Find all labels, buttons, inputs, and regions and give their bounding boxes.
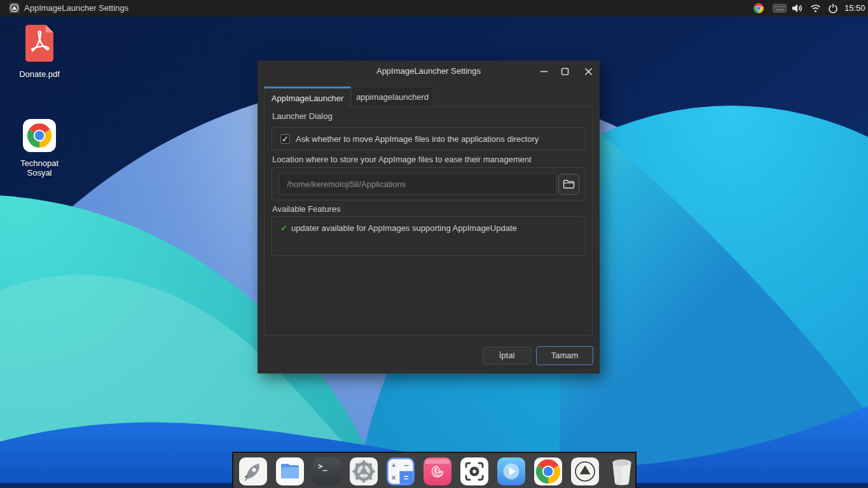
svg-text:+: + (391, 461, 396, 470)
green-check-icon: ✔ (280, 223, 287, 233)
media-player-icon[interactable] (497, 457, 526, 486)
chrome-browser-icon[interactable] (534, 457, 563, 486)
top-panel: AppImageLauncher Settings 15:50 (0, 0, 868, 17)
svg-text:>_: >_ (318, 462, 327, 471)
tab-appimagelauncherd[interactable]: appimagelauncherd (351, 87, 434, 107)
section-label-available-features: Available Features (272, 204, 340, 214)
chrome-tray-icon[interactable] (754, 3, 764, 13)
power-icon[interactable] (828, 3, 838, 13)
terminal-icon[interactable]: >_ (312, 457, 341, 486)
appimagelauncher-window-icon (9, 3, 20, 13)
screenshot-tool-icon[interactable] (460, 457, 489, 486)
browse-folder-button[interactable] (558, 174, 579, 195)
calculator-icon[interactable]: + − × = (386, 457, 415, 486)
wifi-icon[interactable] (810, 3, 821, 13)
clock[interactable]: 15:50 (844, 0, 865, 17)
tab-appimagelauncher[interactable]: AppImageLauncher (264, 87, 351, 107)
desktop-icon-technopat-sosyal[interactable]: Technopat Sosyal (6, 118, 72, 178)
focused-window-title: AppImageLauncher Settings (24, 0, 128, 17)
svg-text:−: − (404, 461, 409, 470)
svg-text:=: = (404, 473, 409, 482)
desktop-icon-label: Donate.pdf (6, 69, 72, 79)
chrome-icon (22, 118, 57, 153)
cancel-button[interactable]: İptal (483, 347, 531, 365)
volume-icon[interactable] (792, 3, 803, 13)
appimage-location-input[interactable] (279, 173, 557, 195)
minimize-button[interactable] (536, 64, 551, 79)
pdf-icon (22, 23, 57, 64)
launcher-dialog-groupbox: ✓ Ask whether to move AppImage files int… (272, 127, 586, 150)
file-manager-icon[interactable] (275, 457, 305, 486)
location-groupbox (272, 167, 586, 200)
appimagelauncher-icon[interactable] (570, 457, 600, 486)
folder-icon (563, 179, 575, 189)
move-appimage-checkbox-label[interactable]: Ask whether to move AppImage files into … (296, 128, 539, 151)
desktop-icon-donate-pdf[interactable]: Donate.pdf (6, 23, 72, 79)
maximize-button[interactable] (557, 64, 572, 79)
app-launcher-icon[interactable] (238, 457, 268, 486)
feature-text: updater available for AppImages supporti… (291, 223, 517, 233)
feature-item: ✔updater available for AppImages support… (280, 223, 517, 233)
close-button[interactable] (581, 64, 596, 79)
move-appimage-checkbox[interactable]: ✓ (280, 134, 290, 144)
appimagelauncher-settings-window: AppImageLauncher Settings AppImageLaunch… (258, 60, 600, 373)
section-label-launcher-dialog: Launcher Dialog (272, 111, 333, 121)
desktop-icon-label: Technopat Sosyal (13, 158, 66, 178)
system-settings-icon[interactable] (349, 457, 378, 486)
section-label-location: Location where to store your AppImage fi… (272, 155, 532, 164)
dock: >_ + − × = (232, 452, 637, 488)
keyboard-tray-icon[interactable] (773, 4, 787, 13)
features-groupbox: ✔updater available for AppImages support… (272, 216, 586, 256)
ok-button[interactable]: Tamam (536, 346, 593, 365)
trash-icon[interactable] (607, 457, 637, 486)
pink-spiral-app-icon[interactable] (423, 457, 452, 486)
svg-text:×: × (391, 473, 396, 482)
